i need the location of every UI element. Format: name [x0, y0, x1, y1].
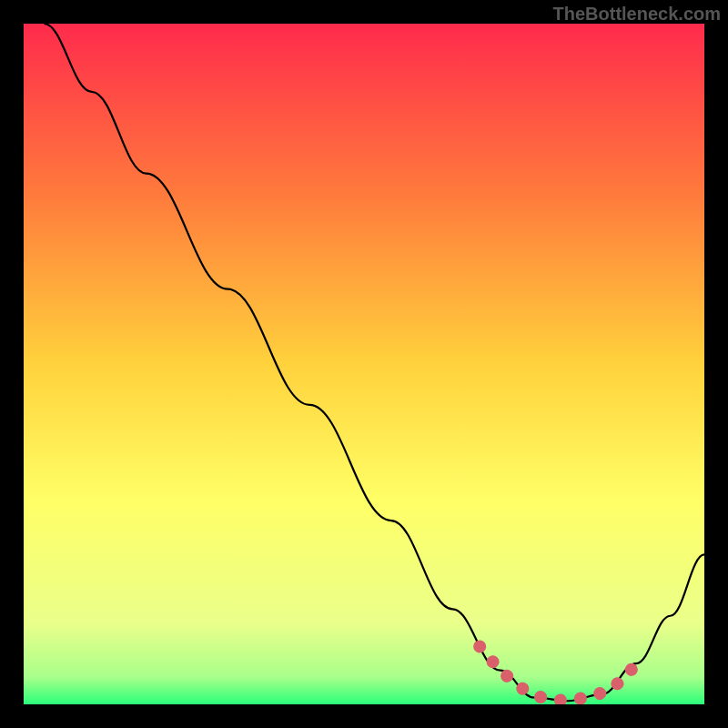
watermark-text: TheBottleneck.com: [553, 4, 721, 25]
chart-svg: [24, 24, 704, 704]
gradient-background: [24, 24, 704, 704]
chart-container: TheBottleneck.com: [0, 0, 728, 728]
plot-area: [24, 24, 704, 704]
